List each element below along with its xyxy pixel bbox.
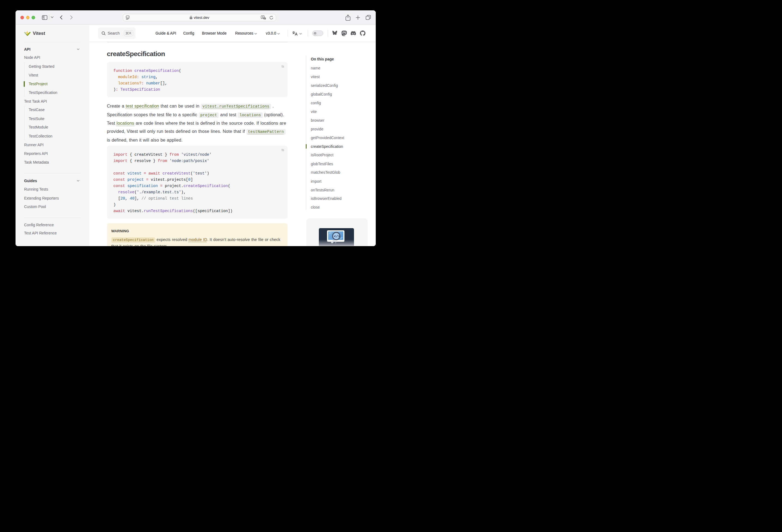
svg-text:</>: </> xyxy=(334,235,340,239)
svg-text:A: A xyxy=(262,16,263,19)
